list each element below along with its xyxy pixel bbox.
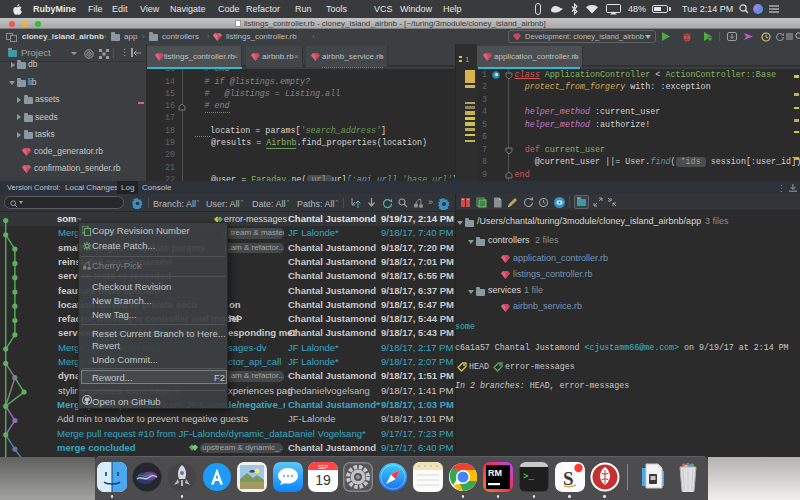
svg-text:19: 19	[315, 472, 331, 488]
svg-text:SEP: SEP	[317, 464, 328, 470]
svg-text:RM: RM	[488, 468, 502, 478]
svg-text:>_: >_	[523, 472, 534, 482]
